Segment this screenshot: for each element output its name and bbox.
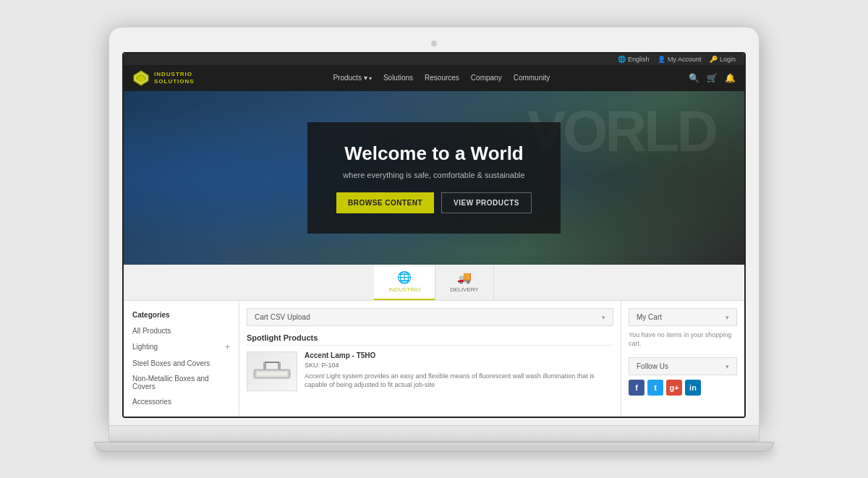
logo-text: INDUSTRIO SOLUTIONS: [154, 71, 195, 85]
nav-products[interactable]: Products ▾: [333, 74, 371, 82]
svg-rect-5: [258, 372, 286, 375]
tab-delivery[interactable]: 🚚 DELIVERY: [435, 265, 493, 300]
notification-icon[interactable]: 🔔: [725, 73, 736, 83]
follow-header[interactable]: Follow Us: [629, 357, 737, 375]
tab-row: 🌐 INDUSTRIO 🚚 DELIVERY: [124, 265, 744, 301]
nav-resources[interactable]: Resources: [425, 74, 459, 82]
industrio-icon: 🌐: [397, 270, 412, 284]
social-icons: f t g+ in: [629, 380, 737, 396]
view-products-button[interactable]: VIEW PRODUCTS: [441, 192, 532, 213]
laptop-wrapper: 🌐 English 👤 My Account 🔑 Login INDUSTRIO: [109, 27, 760, 452]
search-icon[interactable]: 🔍: [689, 73, 699, 83]
my-account-link[interactable]: 👤 My Account: [658, 56, 701, 63]
cart-icon[interactable]: 🛒: [707, 73, 718, 83]
laptop-base: [109, 426, 760, 442]
language-selector[interactable]: 🌐 English: [618, 56, 649, 63]
hero-card: Welcome to a World where everything is s…: [307, 122, 561, 234]
sidebar-item-lighting[interactable]: Lighting +: [124, 338, 239, 356]
nav-community[interactable]: Community: [514, 74, 550, 82]
sidebar-item-non-metallic[interactable]: Non-Metallic Boxes and Covers: [124, 371, 239, 394]
right-sidebar: My Cart You have no items in your shoppi…: [621, 301, 744, 417]
follow-title: Follow Us: [637, 362, 668, 370]
product-name: Accent Lamp - T5HO: [305, 351, 613, 359]
delivery-icon: 🚚: [457, 270, 472, 284]
sidebar-item-accessories[interactable]: Accessories: [124, 394, 239, 409]
laptop-camera: [431, 40, 437, 46]
product-sku: SKU: P-104: [305, 362, 613, 369]
top-bar: 🌐 English 👤 My Account 🔑 Login: [124, 54, 744, 65]
logo-area[interactable]: INDUSTRIO SOLUTIONS: [132, 69, 195, 87]
logo-icon: [132, 69, 150, 87]
nav-icons: 🔍 🛒 🔔: [689, 73, 736, 83]
follow-chevron-icon: [726, 362, 729, 370]
spotlight-title: Spotlight Products: [247, 333, 613, 346]
product-card: Accent Lamp - T5HO SKU: P-104 Accent Lig…: [247, 351, 613, 391]
sidebar-title: Categories: [124, 308, 239, 323]
laptop-stand: [94, 442, 774, 452]
tab-industrio[interactable]: 🌐 INDUSTRIO: [374, 265, 435, 300]
csv-upload-label: Cart CSV Upload: [255, 313, 310, 321]
twitter-icon[interactable]: t: [647, 380, 663, 396]
csv-upload-bar[interactable]: Cart CSV Upload: [247, 308, 613, 326]
sidebar-item-steel-boxes[interactable]: Steel Boxes and Covers: [124, 356, 239, 371]
login-link[interactable]: 🔑 Login: [710, 56, 736, 63]
facebook-icon[interactable]: f: [629, 380, 644, 396]
csv-chevron-icon: [602, 313, 605, 321]
linkedin-icon[interactable]: in: [685, 380, 701, 396]
cart-chevron-icon: [726, 313, 729, 321]
website: 🌐 English 👤 My Account 🔑 Login INDUSTRIO: [124, 54, 744, 417]
main-content: Categories All Products Lighting + Steel…: [124, 301, 744, 417]
hero-subtitle: where everything is safe, comfortable & …: [336, 171, 532, 179]
sidebar: Categories All Products Lighting + Steel…: [124, 301, 239, 417]
sidebar-item-all-products[interactable]: All Products: [124, 323, 239, 338]
main-header: INDUSTRIO SOLUTIONS Products ▾ Solutions…: [124, 65, 744, 91]
hero-buttons: BROWSE CONTENT VIEW PRODUCTS: [336, 192, 532, 213]
product-description: Accent Light system provides an easy and…: [305, 372, 613, 390]
googleplus-icon[interactable]: g+: [666, 380, 682, 396]
center-content: Cart CSV Upload Spotlight Products: [239, 301, 621, 417]
browse-content-button[interactable]: BROWSE CONTENT: [336, 192, 434, 213]
main-nav: Products ▾ Solutions Resources Company C…: [333, 74, 550, 82]
nav-solutions[interactable]: Solutions: [383, 74, 413, 82]
hero-section: VORLD Welcome to a World where everythin…: [124, 91, 744, 265]
cart-title: My Cart: [637, 313, 662, 321]
laptop-body: 🌐 English 👤 My Account 🔑 Login INDUSTRIO: [109, 27, 760, 426]
cart-header[interactable]: My Cart: [629, 308, 737, 326]
laptop-screen: 🌐 English 👤 My Account 🔑 Login INDUSTRIO: [122, 52, 746, 418]
tab-industrio-label: INDUSTRIO: [388, 286, 420, 293]
lighting-expand-icon: +: [225, 342, 230, 352]
nav-company[interactable]: Company: [471, 74, 502, 82]
tab-delivery-label: DELIVERY: [450, 286, 478, 293]
product-lamp-icon: [250, 355, 294, 388]
product-info: Accent Lamp - T5HO SKU: P-104 Accent Lig…: [305, 351, 613, 391]
cart-empty-message: You have no items in your shopping cart.: [629, 330, 737, 349]
svg-rect-7: [278, 362, 281, 370]
hero-title: Welcome to a World: [336, 142, 532, 165]
product-image: [247, 351, 297, 391]
svg-rect-6: [263, 362, 266, 370]
